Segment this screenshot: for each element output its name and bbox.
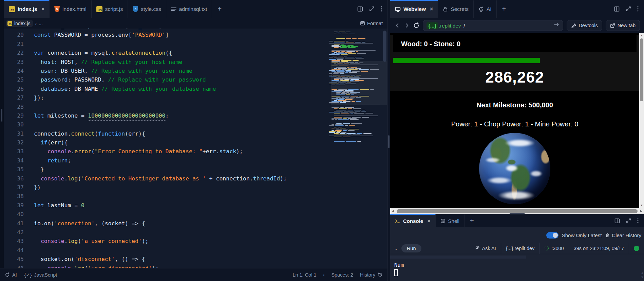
code-line[interactable]: 23 host: HOST, // Replace with your host… [4, 58, 324, 67]
history-button[interactable]: History [360, 272, 383, 278]
tab-script-js[interactable]: JS script.js [92, 0, 128, 18]
kebab-menu-icon[interactable] [637, 218, 639, 223]
new-tab-button-webview[interactable]: New tab [606, 20, 640, 31]
status-ai[interactable]: AI [5, 272, 17, 278]
editor-scrollbar[interactable] [381, 29, 387, 268]
run-host[interactable]: {...}.replit.dev [501, 243, 539, 254]
expand-icon[interactable] [626, 218, 631, 223]
tab-label: style.css [141, 6, 161, 12]
console-resize-handle[interactable] [510, 213, 525, 214]
back-icon[interactable] [394, 22, 400, 29]
scroll-right-icon[interactable]: ▶ [639, 209, 644, 213]
code-line[interactable]: 21 [4, 40, 324, 49]
close-tab-icon[interactable]: × [430, 6, 433, 12]
reload-icon[interactable] [413, 22, 419, 29]
scroll-left-icon[interactable]: ◀ [390, 209, 396, 213]
console-output[interactable]: Num ▲ ▼ [390, 259, 644, 281]
run-port[interactable]: :3000 [539, 243, 568, 254]
code-line[interactable]: 32 if(err){ [4, 138, 324, 147]
code-editor[interactable]: 19const DB_NAME = process.env['DB_NAME']… [4, 29, 387, 268]
code-line[interactable]: 38 [4, 192, 324, 201]
ask-ai-button[interactable]: Ask AI [470, 243, 501, 254]
cursor-position[interactable]: Ln 1, Col 1 [292, 272, 316, 278]
kebab-menu-icon[interactable] [637, 6, 639, 12]
pane-divider[interactable] [388, 0, 390, 281]
code-line[interactable]: 44 [4, 246, 324, 255]
line-number: 28 [4, 103, 24, 111]
new-tab-button[interactable]: + [497, 0, 512, 18]
devtools-button[interactable]: Devtools [567, 20, 602, 31]
code-line[interactable]: 39let lastNum = 0 [4, 201, 324, 210]
tab-webview[interactable]: Webview × [390, 0, 438, 18]
close-tab-icon[interactable]: × [427, 218, 430, 224]
status-language[interactable]: {✓} JavaScript [24, 272, 57, 278]
code-line[interactable]: 25 password: PASSWORD, // Replace with y… [4, 75, 324, 84]
scroll-up-icon[interactable]: ▲ [639, 33, 644, 38]
tab-style-css[interactable]: 3 style.css [128, 0, 166, 18]
close-tab-icon[interactable]: × [41, 6, 44, 12]
scroll-down-icon[interactable]: ▼ [639, 203, 644, 208]
webview-vertical-scrollbar[interactable]: ▲ ▼ [639, 33, 644, 208]
kebab-menu-icon[interactable] [381, 6, 382, 12]
scroll-down-icon[interactable]: ▼ [641, 275, 643, 279]
breadcrumb-file[interactable]: JS index.js [6, 20, 33, 27]
expand-icon[interactable] [626, 6, 631, 12]
chevron-down-icon[interactable]: ⌄ [390, 246, 401, 251]
go-arrow-icon[interactable] [554, 22, 560, 29]
pane-resize-handle-left[interactable] [1, 109, 2, 122]
code-line[interactable]: 45 socket.on('disconnect', () => { [4, 255, 324, 264]
code-line[interactable]: 46 console.log('user disconnected'); [4, 264, 324, 268]
code-line[interactable]: 36 console.log('Connected to Hostinger d… [4, 174, 324, 183]
run-button[interactable]: Run [401, 244, 421, 252]
code-line[interactable]: 30 [4, 120, 324, 129]
forward-icon[interactable] [404, 22, 410, 29]
tab-index-js[interactable]: JS index.js × [4, 0, 50, 18]
scroll-up-icon[interactable]: ▲ [641, 271, 643, 275]
expand-icon[interactable] [369, 6, 375, 12]
code-line[interactable]: 20const PASSWORD = process.env['PASSWORD… [4, 31, 324, 39]
code-line[interactable]: 43 console.log('a user connected'); [4, 237, 324, 246]
scrollbar-thumb[interactable] [397, 209, 638, 213]
split-pane-icon[interactable] [614, 6, 620, 12]
pane-resize-handle[interactable] [388, 135, 390, 148]
code-line[interactable]: 41io.on('connection', (socket) => { [4, 219, 324, 228]
code-line[interactable]: 34 return; [4, 156, 324, 165]
code-line[interactable]: 27}); [4, 93, 324, 102]
clear-history-button[interactable]: Clear History [605, 232, 641, 238]
code-line[interactable]: 31connection.connect(function(err){ [4, 129, 324, 138]
tab-console[interactable]: Console × [390, 214, 436, 227]
code-line[interactable]: 40 [4, 210, 324, 219]
tab-label: index.html [62, 6, 87, 12]
scrollbar-thumb[interactable] [640, 38, 643, 101]
code-line[interactable]: 35 } [4, 165, 324, 174]
monitor-icon [395, 6, 401, 12]
minimap[interactable] [329, 30, 380, 268]
tab-secrets[interactable]: Secrets [438, 0, 474, 18]
code-line[interactable]: 42 [4, 228, 324, 237]
code-line[interactable]: 29let milestone = 1000000000000000000000… [4, 111, 324, 120]
tab-shell[interactable]: Shell [436, 214, 465, 227]
external-link-icon [610, 23, 615, 28]
url-input[interactable]: {...} .replit.dev / [423, 20, 563, 31]
code-line[interactable]: 37}) [4, 183, 324, 192]
show-only-latest-toggle[interactable] [546, 232, 558, 239]
tab-index-html[interactable]: 5 index.html [50, 0, 92, 18]
tab-adminsql-txt[interactable]: adminsql.txt [166, 0, 212, 18]
new-tab-button[interactable]: + [212, 0, 227, 18]
indentation-setting[interactable]: Spaces: 2 [331, 272, 353, 278]
format-button[interactable]: Format [360, 21, 383, 26]
code-line[interactable]: 22var connection = mysql.createConnectio… [4, 49, 324, 57]
breadcrumb-more[interactable]: ... [39, 21, 43, 26]
code-line[interactable]: 24 user: DB_USER, // Replace with your u… [4, 67, 324, 75]
split-pane-icon[interactable] [614, 218, 620, 224]
code-lines[interactable]: 19const DB_NAME = process.env['DB_NAME']… [4, 29, 324, 268]
html-file-icon: 5 [54, 6, 60, 12]
code-line[interactable]: 33 console.error("Error Connecting to Da… [4, 147, 324, 156]
split-pane-icon[interactable] [357, 6, 363, 12]
new-tab-button[interactable]: + [465, 214, 479, 227]
tab-ai[interactable]: AI [474, 0, 497, 18]
console-scrollbar[interactable]: ▲ ▼ [639, 271, 643, 279]
code-line[interactable]: 28 [4, 103, 324, 111]
earth-image[interactable] [479, 133, 550, 204]
code-line[interactable]: 26 database: DB_NAME // Replace with you… [4, 85, 324, 93]
